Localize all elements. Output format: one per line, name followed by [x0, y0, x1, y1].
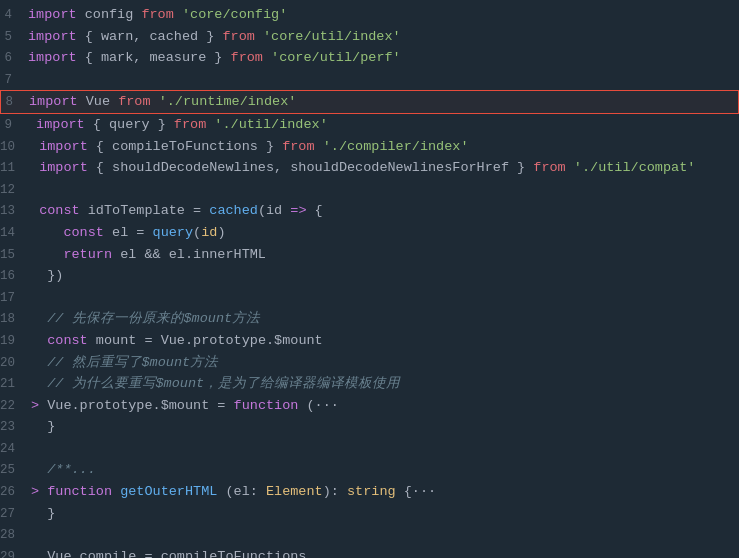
code-editor: 4import config from 'core/config'5import…: [0, 0, 739, 558]
line-content: [31, 438, 731, 460]
line-number: 29: [0, 547, 31, 558]
code-line: 17: [0, 287, 739, 309]
code-line: 22> Vue.prototype.$mount = function (···: [0, 395, 739, 417]
line-number: 26: [0, 482, 31, 502]
line-number: 20: [0, 353, 31, 373]
line-content: return el && el.innerHTML: [31, 244, 731, 266]
code-line: 26> function getOuterHTML (el: Element):…: [0, 481, 739, 503]
line-number: 6: [0, 48, 28, 68]
line-number: 12: [0, 180, 31, 200]
line-number: 24: [0, 439, 31, 459]
line-number: 14: [0, 223, 31, 243]
line-content: > function getOuterHTML (el: Element): s…: [31, 481, 731, 503]
code-line: 9 import { query } from './util/index': [0, 114, 739, 136]
line-content: > Vue.prototype.$mount = function (···: [31, 395, 731, 417]
line-number: 17: [0, 288, 31, 308]
line-content: import config from 'core/config': [28, 4, 731, 26]
code-line: 29 Vue.compile = compileToFunctions: [0, 546, 739, 558]
line-content: import { compileToFunctions } from './co…: [31, 136, 731, 158]
line-content: }): [31, 265, 731, 287]
line-number: 28: [0, 525, 31, 545]
code-line: 11 import { shouldDecodeNewlines, should…: [0, 157, 739, 179]
line-number: 7: [0, 70, 28, 90]
line-content: [31, 524, 731, 546]
code-line: 6import { mark, measure } from 'core/uti…: [0, 47, 739, 69]
line-number: 9: [0, 115, 28, 135]
line-content: import { mark, measure } from 'core/util…: [28, 47, 731, 69]
line-number: 27: [0, 504, 31, 524]
code-line: 15 return el && el.innerHTML: [0, 244, 739, 266]
code-line: 19 const mount = Vue.prototype.$mount: [0, 330, 739, 352]
line-content: import { shouldDecodeNewlines, shouldDec…: [31, 157, 731, 179]
line-content: /**...: [31, 459, 731, 481]
code-line: 5import { warn, cached } from 'core/util…: [0, 26, 739, 48]
line-content: }: [31, 503, 731, 525]
code-line: 12: [0, 179, 739, 201]
code-line: 23 }: [0, 416, 739, 438]
code-line: 8import Vue from './runtime/index': [0, 90, 739, 114]
line-number: 13: [0, 201, 31, 221]
code-line: 20 // 然后重写了$mount方法: [0, 352, 739, 374]
line-number: 19: [0, 331, 31, 351]
code-line: 13 const idToTemplate = cached(id => {: [0, 200, 739, 222]
line-content: [31, 287, 731, 309]
code-line: 28: [0, 524, 739, 546]
line-number: 8: [1, 92, 29, 112]
line-content: // 然后重写了$mount方法: [31, 352, 731, 374]
line-content: import { warn, cached } from 'core/util/…: [28, 26, 731, 48]
line-content: // 为什么要重写$mount，是为了给编译器编译模板使用: [31, 373, 731, 395]
code-line: 27 }: [0, 503, 739, 525]
line-content: import { query } from './util/index': [28, 114, 731, 136]
code-line: 18 // 先保存一份原来的$mount方法: [0, 308, 739, 330]
line-number: 16: [0, 266, 31, 286]
line-content: [28, 69, 731, 91]
line-number: 4: [0, 5, 28, 25]
line-content: import Vue from './runtime/index': [29, 91, 730, 113]
line-content: const idToTemplate = cached(id => {: [31, 200, 731, 222]
line-number: 18: [0, 309, 31, 329]
line-content: const el = query(id): [31, 222, 731, 244]
line-content: // 先保存一份原来的$mount方法: [31, 308, 731, 330]
code-line: 4import config from 'core/config': [0, 4, 739, 26]
line-content: }: [31, 416, 731, 438]
line-content: const mount = Vue.prototype.$mount: [31, 330, 731, 352]
line-number: 10: [0, 137, 31, 157]
code-line: 7: [0, 69, 739, 91]
line-number: 21: [0, 374, 31, 394]
line-number: 23: [0, 417, 31, 437]
code-line: 10 import { compileToFunctions } from '.…: [0, 136, 739, 158]
code-line: 14 const el = query(id): [0, 222, 739, 244]
line-content: Vue.compile = compileToFunctions: [31, 546, 731, 558]
code-line: 21 // 为什么要重写$mount，是为了给编译器编译模板使用: [0, 373, 739, 395]
line-content: [31, 179, 731, 201]
line-number: 5: [0, 27, 28, 47]
line-number: 15: [0, 245, 31, 265]
line-number: 22: [0, 396, 31, 416]
line-number: 11: [0, 158, 31, 178]
code-line: 25 /**...: [0, 459, 739, 481]
line-number: 25: [0, 460, 31, 480]
code-line: 16 }): [0, 265, 739, 287]
code-line: 24: [0, 438, 739, 460]
